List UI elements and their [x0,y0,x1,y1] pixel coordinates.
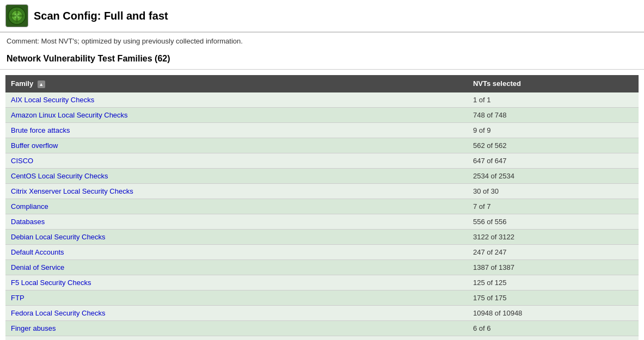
nvts-cell: 748 of 748 [468,107,639,122]
header: Scan Config: Full and fast [0,0,644,33]
family-link[interactable]: Debian Local Security Checks [11,233,105,241]
family-cell: AIX Local Security Checks [5,92,468,108]
family-cell: Fedora Local Security Checks [5,305,468,320]
family-cell: Databases [5,214,468,229]
section-heading: Network Vulnerability Test Families (62) [0,50,644,70]
family-link[interactable]: CentOS Local Security Checks [11,172,108,180]
family-link[interactable]: Fedora Local Security Checks [11,309,105,317]
family-link[interactable]: Denial of Service [11,263,64,271]
family-cell: CISCO [5,153,468,168]
family-link[interactable]: FTP [11,294,24,302]
family-cell: Citrix Xenserver Local Security Checks [5,183,468,199]
family-link[interactable]: Finger abuses [11,324,56,332]
table-row: Databases556 of 556 [5,214,639,229]
nvts-cell: 9 of 9 [468,122,639,138]
family-cell: Firewalls [5,336,468,340]
nvts-cell: 647 of 647 [468,153,639,168]
family-cell: FTP [5,290,468,305]
family-link[interactable]: Compliance [11,202,48,211]
nvts-cell: 247 of 247 [468,244,639,259]
family-cell: Amazon Linux Local Security Checks [5,107,468,122]
family-cell: CentOS Local Security Checks [5,168,468,183]
comment-text: Most NVT's; optimized by using previousl… [41,37,243,45]
family-link[interactable]: Citrix Xenserver Local Security Checks [11,187,133,195]
family-link[interactable]: Amazon Linux Local Security Checks [11,111,128,119]
nvt-families-table: Family ▲ NVTs selected AIX Local Securit… [5,75,639,340]
nvts-cell: 562 of 562 [468,138,639,153]
nvts-cell: 1387 of 1387 [468,259,639,275]
table-row: Buffer overflow562 of 562 [5,138,639,153]
table-row: Finger abuses6 of 6 [5,320,639,336]
table-row: Amazon Linux Local Security Checks748 of… [5,107,639,122]
table-row: Citrix Xenserver Local Security Checks30… [5,183,639,199]
table-row: Default Accounts247 of 247 [5,244,639,259]
table-row: F5 Local Security Checks125 of 125 [5,275,639,290]
table-row: Brute force attacks9 of 9 [5,122,639,138]
nvts-cell: 125 of 125 [468,275,639,290]
table-row: AIX Local Security Checks1 of 1 [5,92,639,108]
nvts-cell: 1 of 1 [468,92,639,108]
sort-icon[interactable]: ▲ [38,81,45,88]
nvts-cell: 6 of 6 [468,320,639,336]
table-row: CentOS Local Security Checks2534 of 2534 [5,168,639,183]
table-row: Denial of Service1387 of 1387 [5,259,639,275]
app-logo [5,4,28,27]
family-cell: Finger abuses [5,320,468,336]
nvts-cell: 3122 of 3122 [468,229,639,244]
table-row: Debian Local Security Checks3122 of 3122 [5,229,639,244]
nvts-cell: 175 of 175 [468,290,639,305]
nvts-cell: 7 of 7 [468,199,639,214]
table-row: Compliance7 of 7 [5,199,639,214]
table-body: AIX Local Security Checks1 of 1Amazon Li… [5,92,639,340]
family-cell: Compliance [5,199,468,214]
family-cell: Default Accounts [5,244,468,259]
comment-label: Comment: [7,37,39,45]
table-row: Fedora Local Security Checks10948 of 109… [5,305,639,320]
family-cell: F5 Local Security Checks [5,275,468,290]
table-row: FTP175 of 175 [5,290,639,305]
column-family: Family ▲ [5,75,468,92]
family-link[interactable]: Databases [11,218,45,226]
table-row: Firewalls18 of 18 [5,336,639,340]
family-link[interactable]: Default Accounts [11,248,64,256]
nvts-cell: 18 of 18 [468,336,639,340]
family-cell: Buffer overflow [5,138,468,153]
table-header-row: Family ▲ NVTs selected [5,75,639,92]
family-link[interactable]: Buffer overflow [11,141,58,150]
family-link[interactable]: Brute force attacks [11,126,70,134]
family-link[interactable]: CISCO [11,157,33,165]
family-cell: Debian Local Security Checks [5,229,468,244]
nvts-cell: 30 of 30 [468,183,639,199]
table-container: Family ▲ NVTs selected AIX Local Securit… [0,75,644,340]
table-row: CISCO647 of 647 [5,153,639,168]
family-cell: Brute force attacks [5,122,468,138]
nvts-cell: 2534 of 2534 [468,168,639,183]
nvts-cell: 556 of 556 [468,214,639,229]
family-link[interactable]: AIX Local Security Checks [11,96,94,104]
page-title: Scan Config: Full and fast [34,10,168,22]
nvts-cell: 10948 of 10948 [468,305,639,320]
comment-section: Comment: Most NVT's; optimized by using … [0,33,644,50]
column-nvts: NVTs selected [468,75,639,92]
family-link[interactable]: F5 Local Security Checks [11,279,91,287]
family-cell: Denial of Service [5,259,468,275]
